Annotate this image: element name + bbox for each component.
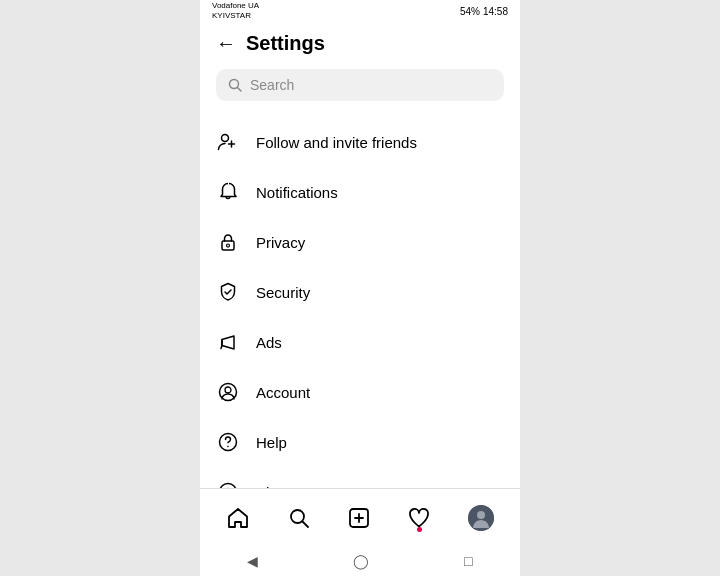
notifications-label: Notifications bbox=[256, 184, 338, 201]
ads-icon bbox=[216, 330, 240, 354]
recents-system-button[interactable]: □ bbox=[464, 553, 472, 569]
notifications-icon bbox=[216, 180, 240, 204]
home-icon bbox=[226, 506, 250, 530]
search-placeholder: Search bbox=[250, 77, 294, 93]
menu-item-security[interactable]: Security bbox=[200, 267, 520, 317]
menu-item-about[interactable]: About bbox=[200, 467, 520, 488]
battery-icon: 54% bbox=[460, 6, 480, 17]
search-icon bbox=[228, 78, 242, 92]
svg-point-8 bbox=[225, 387, 231, 393]
search-nav-icon bbox=[287, 506, 311, 530]
account-label: Account bbox=[256, 384, 310, 401]
avatar bbox=[468, 505, 494, 531]
help-icon bbox=[216, 430, 240, 454]
about-icon bbox=[216, 480, 240, 488]
menu-item-notifications[interactable]: Notifications bbox=[200, 167, 520, 217]
nav-new-post[interactable] bbox=[339, 502, 379, 534]
account-icon bbox=[216, 380, 240, 404]
svg-line-23 bbox=[302, 521, 308, 527]
nav-search[interactable] bbox=[279, 502, 319, 534]
menu-item-follow[interactable]: Follow and invite friends bbox=[200, 117, 520, 167]
follow-label: Follow and invite friends bbox=[256, 134, 417, 151]
heart-icon bbox=[407, 506, 431, 530]
back-system-button[interactable]: ◀ bbox=[247, 553, 258, 569]
svg-rect-5 bbox=[222, 241, 234, 250]
time-display: 14:58 bbox=[483, 6, 508, 17]
menu-item-ads[interactable]: Ads bbox=[200, 317, 520, 367]
help-label: Help bbox=[256, 434, 287, 451]
security-icon bbox=[216, 280, 240, 304]
svg-point-2 bbox=[222, 135, 229, 142]
nav-home[interactable] bbox=[218, 502, 258, 534]
status-bar: Vodafone UA KYIVSTAR 54% 14:58 bbox=[200, 0, 520, 22]
svg-point-28 bbox=[477, 511, 485, 519]
privacy-icon bbox=[216, 230, 240, 254]
menu-item-privacy[interactable]: Privacy bbox=[200, 217, 520, 267]
nav-activity[interactable] bbox=[399, 502, 439, 534]
svg-line-1 bbox=[238, 88, 242, 92]
svg-point-10 bbox=[227, 446, 229, 448]
menu-item-account[interactable]: Account bbox=[200, 367, 520, 417]
home-system-button[interactable]: ◯ bbox=[353, 553, 369, 569]
search-bar[interactable]: Search bbox=[216, 69, 504, 101]
nav-profile[interactable] bbox=[460, 501, 502, 535]
back-button[interactable]: ← bbox=[216, 32, 236, 55]
top-bar: ← Settings bbox=[200, 22, 520, 65]
screen-content: ← Settings Search bbox=[200, 22, 520, 488]
svg-point-6 bbox=[227, 244, 230, 247]
privacy-label: Privacy bbox=[256, 234, 305, 251]
system-nav: ◀ ◯ □ bbox=[200, 546, 520, 576]
security-label: Security bbox=[256, 284, 310, 301]
status-carrier: Vodafone UA KYIVSTAR bbox=[212, 1, 259, 20]
menu-list: Follow and invite friends Notifications bbox=[200, 109, 520, 488]
menu-item-help[interactable]: Help bbox=[200, 417, 520, 467]
follow-icon bbox=[216, 130, 240, 154]
phone-frame: Vodafone UA KYIVSTAR 54% 14:58 ← Setting… bbox=[200, 0, 520, 576]
activity-notification-dot bbox=[417, 527, 422, 532]
new-post-icon bbox=[347, 506, 371, 530]
ads-label: Ads bbox=[256, 334, 282, 351]
bottom-nav bbox=[200, 488, 520, 546]
page-title: Settings bbox=[246, 32, 325, 55]
status-right: 54% 14:58 bbox=[460, 6, 508, 17]
